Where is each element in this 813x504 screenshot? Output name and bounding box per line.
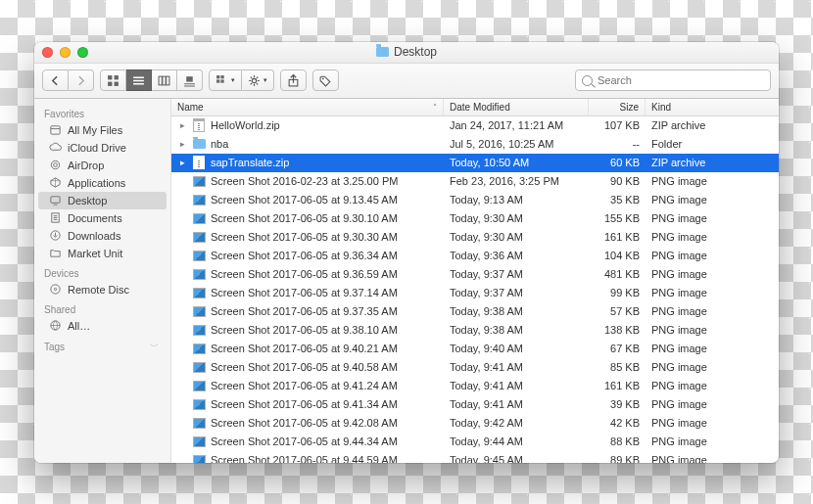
file-row[interactable]: Screen Shot 2017-06-05 at 9.30.10 AMToda… — [171, 209, 779, 228]
sidebar-item-label: iCloud Drive — [68, 142, 126, 154]
file-kind: Folder — [646, 138, 779, 150]
file-date: Today, 9:41 AM — [444, 398, 589, 410]
file-name: Screen Shot 2017-06-05 at 9.42.08 AM — [211, 417, 398, 429]
file-kind: PNG image — [646, 343, 779, 354]
file-date: Today, 9:41 AM — [444, 361, 589, 373]
minimize-window-button[interactable] — [60, 47, 71, 58]
zip-icon — [192, 156, 206, 169]
sort-ascending-icon: ˄ — [433, 103, 437, 112]
file-kind: PNG image — [646, 361, 779, 373]
file-row[interactable]: Screen Shot 2017-06-05 at 9.44.34 AMToda… — [171, 433, 779, 451]
share-button[interactable] — [280, 69, 307, 91]
file-date: Today, 9:30 AM — [444, 231, 589, 243]
column-view-button[interactable] — [152, 69, 177, 91]
folder-icon — [48, 248, 62, 259]
zoom-window-button[interactable] — [77, 47, 88, 58]
action-button[interactable]: ▾ — [242, 69, 274, 91]
file-row[interactable]: Screen Shot 2017-06-05 at 9.42.08 AMToda… — [171, 414, 779, 433]
file-row[interactable]: Screen Shot 2017-06-05 at 9.37.35 AMToda… — [171, 302, 779, 321]
chevron-down-icon: ▾ — [263, 76, 267, 84]
svg-point-12 — [252, 78, 256, 82]
window-title: Desktop — [34, 45, 779, 59]
file-name-cell: ▸sapTranslate.zip — [171, 156, 444, 169]
file-rows: ▸HelloWorld.zipJan 24, 2017, 11:21 AM107… — [171, 116, 779, 463]
file-name-cell: Screen Shot 2017-06-05 at 9.38.10 AM — [171, 323, 444, 337]
file-row[interactable]: Screen Shot 2017-06-05 at 9.36.34 AMToda… — [171, 247, 779, 265]
back-button[interactable] — [42, 69, 69, 91]
file-date: Today, 9:36 AM — [444, 250, 589, 261]
file-kind: PNG image — [646, 417, 779, 429]
tag-icon — [319, 74, 332, 87]
file-row[interactable]: ▸HelloWorld.zipJan 24, 2017, 11:21 AM107… — [171, 116, 779, 135]
coverflow-view-button[interactable] — [177, 69, 203, 91]
file-row[interactable]: Screen Shot 2017-06-05 at 9.37.14 AMToda… — [171, 284, 779, 302]
file-kind: PNG image — [646, 212, 779, 224]
close-window-button[interactable] — [42, 47, 53, 58]
file-size: 35 KB — [589, 194, 646, 206]
file-name: Screen Shot 2017-06-05 at 9.30.30 AM — [211, 231, 398, 243]
sidebar-section-devices: Devices — [34, 262, 170, 281]
file-row[interactable]: Screen Shot 2016-02-23 at 3.25.00 PMFeb … — [171, 172, 779, 191]
png-icon — [192, 323, 206, 337]
file-row[interactable]: Screen Shot 2017-06-05 at 9.41.24 AMToda… — [171, 377, 779, 395]
sidebar-item-desktop[interactable]: Desktop — [38, 192, 167, 209]
sidebar-item-all-[interactable]: All… — [34, 317, 170, 335]
sidebar-item-all-my-files[interactable]: All My Files — [34, 121, 170, 139]
sidebar-section-shared: Shared — [34, 298, 170, 317]
sidebar-item-downloads[interactable]: Downloads — [34, 227, 170, 245]
file-row[interactable]: Screen Shot 2017-06-05 at 9.41.34 AMToda… — [171, 395, 779, 414]
sidebar-item-airdrop[interactable]: AirDrop — [34, 157, 170, 174]
file-name: Screen Shot 2017-06-05 at 9.41.24 AM — [211, 380, 398, 391]
file-date: Today, 9:38 AM — [444, 324, 589, 336]
svg-rect-0 — [108, 75, 112, 79]
sidebar-item-label: AirDrop — [68, 160, 104, 171]
sidebar-item-documents[interactable]: Documents — [34, 209, 170, 227]
file-row[interactable]: Screen Shot 2017-06-05 at 9.40.58 AMToda… — [171, 358, 779, 377]
sidebar-item-remote-disc[interactable]: Remote Disc — [34, 281, 170, 298]
disclosure-triangle[interactable]: ▸ — [177, 158, 187, 167]
search-input[interactable] — [598, 74, 764, 86]
column-header-kind[interactable]: Kind — [646, 99, 779, 115]
png-icon — [192, 379, 206, 392]
png-icon — [192, 286, 206, 299]
apps-icon — [48, 177, 62, 189]
sidebar-item-market-unit[interactable]: Market Unit — [34, 245, 170, 262]
file-row[interactable]: Screen Shot 2017-06-05 at 9.13.45 AMToda… — [171, 191, 779, 209]
column-header-size[interactable]: Size — [589, 99, 646, 115]
png-icon — [192, 397, 206, 411]
file-size: 161 KB — [589, 231, 646, 243]
file-row[interactable]: Screen Shot 2017-06-05 at 9.36.59 AMToda… — [171, 265, 779, 284]
all-files-icon — [48, 124, 62, 136]
file-size: -- — [589, 138, 646, 150]
file-row[interactable]: Screen Shot 2017-06-05 at 9.38.10 AMToda… — [171, 321, 779, 340]
file-row[interactable]: Screen Shot 2017-06-05 at 9.30.30 AMToda… — [171, 228, 779, 247]
titlebar[interactable]: Desktop — [34, 42, 779, 64]
forward-button[interactable] — [69, 69, 94, 91]
disclosure-triangle[interactable]: ▸ — [177, 120, 187, 130]
arrange-button[interactable]: ▾ — [209, 69, 242, 91]
svg-rect-2 — [108, 81, 112, 85]
png-icon — [192, 453, 206, 463]
file-kind: PNG image — [646, 175, 779, 187]
disclosure-triangle[interactable]: ▸ — [177, 139, 187, 149]
file-name: Screen Shot 2017-06-05 at 9.30.10 AM — [211, 212, 398, 224]
disclosure-toggle[interactable]: ﹀ — [150, 341, 165, 353]
list-view-button[interactable] — [126, 69, 152, 91]
file-row[interactable]: Screen Shot 2017-06-05 at 9.40.21 AMToda… — [171, 340, 779, 358]
search-field[interactable] — [575, 69, 771, 91]
sidebar-item-applications[interactable]: Applications — [34, 174, 170, 192]
file-name: HelloWorld.zip — [211, 119, 280, 131]
column-header-name[interactable]: Name ˄ — [171, 99, 444, 115]
file-list: Name ˄ Date Modified Size Kind ▸HelloWor… — [171, 99, 779, 463]
file-row[interactable]: ▸sapTranslate.zipToday, 10:50 AM60 KBZIP… — [171, 154, 779, 172]
icon-view-button[interactable] — [100, 69, 126, 91]
tags-button[interactable] — [312, 69, 339, 91]
sidebar-item-icloud-drive[interactable]: iCloud Drive — [34, 139, 170, 157]
file-row[interactable]: Screen Shot 2017-06-05 at 9.44.59 AMToda… — [171, 451, 779, 463]
file-row[interactable]: ▸nbaJul 5, 2016, 10:25 AM--Folder — [171, 135, 779, 154]
file-name-cell: Screen Shot 2017-06-05 at 9.13.45 AM — [171, 193, 444, 206]
png-icon — [192, 174, 206, 188]
file-size: 155 KB — [589, 212, 646, 224]
file-size: 42 KB — [589, 417, 646, 429]
column-header-date[interactable]: Date Modified — [444, 99, 589, 115]
